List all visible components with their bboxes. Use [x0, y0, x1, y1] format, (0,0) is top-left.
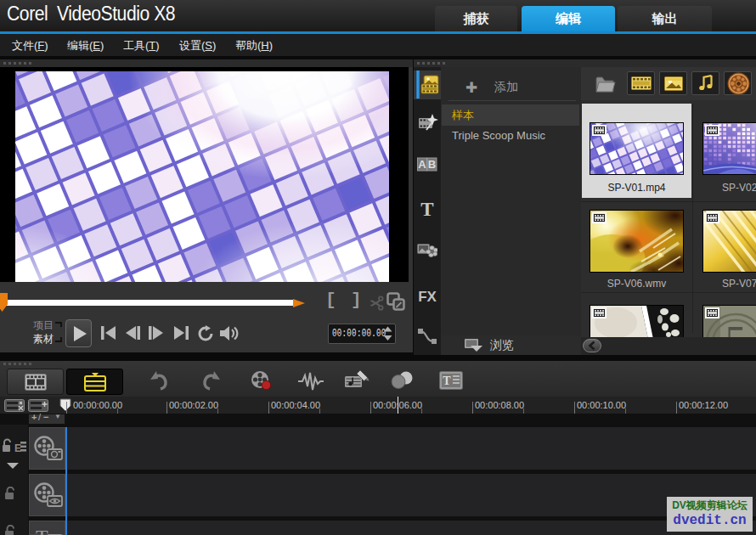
svg-text:T: T: [443, 374, 451, 387]
svg-text:5: 5: [725, 317, 747, 337]
svg-text:T: T: [36, 526, 48, 535]
svg-text:B: B: [428, 158, 436, 171]
svg-text:E: E: [14, 442, 21, 454]
svg-text:T: T: [420, 199, 433, 220]
svg-text:A: A: [418, 158, 426, 171]
svg-text:FX: FX: [418, 289, 437, 305]
